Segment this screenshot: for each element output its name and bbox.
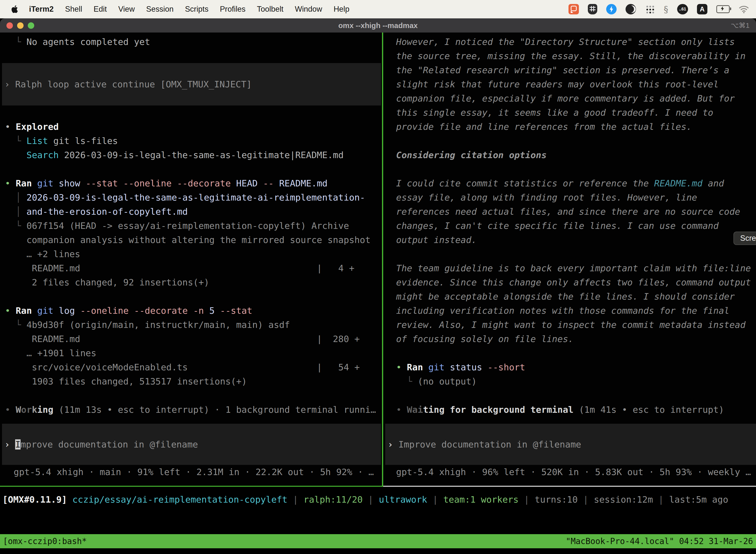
terminal-line: evidence. Since this change only affects… [396,275,756,289]
menu-item-shell[interactable]: Shell [59,5,88,13]
spacer [5,388,382,403]
terminal-line: └ No agents completed yet [5,35,382,49]
session-status-line: gpt-5.4 xhigh · main · 91% left · 2.31M … [5,465,382,479]
terminal-line: companion file, especially if more comme… [396,91,756,106]
terminal-line: README.md | 4 + [5,261,382,275]
menu-items: iTerm2ShellEditViewSessionScriptsProfile… [23,5,355,14]
terminal-line: └ List git ls-files [5,134,382,148]
spacer [5,49,382,63]
terminal-line: … +2 lines [5,247,382,261]
terminal-line: └ (no output) [396,374,756,388]
terminal-line: └ 067f154 (HEAD -> essay/ai-reimplementa… [5,219,382,233]
spacer [5,106,382,120]
prompt-input-left[interactable]: › Improve documentation in @filename [2,424,381,465]
badge-61-icon[interactable]: ..61 [677,4,688,14]
tmux-host-clock-label: "MacBook-Pro-44.local" 04:52 31-Mar-26 [566,534,753,548]
terminal-line: • Ran git show --stat --oneline --decora… [5,176,382,190]
spacer [5,289,382,303]
terminal-line: Considering citation options [396,148,756,162]
menu-item-window[interactable]: Window [289,5,328,13]
terminal-line: The team guideline is to back every impo… [396,261,756,275]
terminal-line: including verification notes with those … [396,303,756,318]
menu-item-iterm2[interactable]: iTerm2 [23,5,59,13]
pane-divider-horizontal-right[interactable] [383,486,756,487]
terminal-line: the source tree, missing the essay. Stil… [396,49,756,63]
window-title-bar: omx --xhigh --madmax ⌥⌘1 [0,18,756,33]
terminal-line: changes, I can't cite specific file line… [396,219,756,233]
terminal-line: • Ran git log --oneline --decorate -n 5 … [5,303,382,318]
menu-item-help[interactable]: Help [328,5,355,13]
tmux-status-bar: [omx-cczip0:bash* "MacBook-Pro-44.local"… [0,534,756,548]
macos-menu-bar: iTerm2ShellEditViewSessionScriptsProfile… [0,0,756,18]
terminal-line: review. Also, I might want to inspect th… [396,318,756,332]
queued-message-box: › Ralph loop active continue [OMX_TMUX_I… [2,63,381,106]
terminal-line: 2 files changed, 92 insertions(+) [5,275,382,289]
battery-charging-icon[interactable] [716,5,730,13]
screen-tooltip: Scre [734,232,756,245]
terminal-line: I could cite commit statistics or refere… [396,176,756,190]
terminal-line: › Improve documentation in @filename [4,437,198,451]
terminal-line: the "Related research writing" section i… [396,63,756,77]
screen-recording-indicator-icon[interactable] [568,4,579,14]
menu-bar-status-icons: § ..61 A [568,4,749,14]
spacer [396,388,756,403]
terminal-line: Search 2026-03-09-is-legal-the-same-as-l… [5,148,382,162]
terminal-pane-right[interactable]: However, I noticed the "Directory Struct… [383,33,756,479]
menu-item-scripts[interactable]: Scripts [179,5,214,13]
terminal-line: • Ran git status --short [396,360,756,374]
terminal-line: README.md | 280 + [5,332,382,346]
terminal-line: companion analysis without altering the … [5,233,382,247]
terminal-line: provide file and line references from th… [396,120,756,134]
tmux-session-label: [omx-cczip0:bash* [3,534,87,548]
squiggle-icon[interactable]: § [664,4,668,14]
terminal-pane-left[interactable]: └ No agents completed yet› Ralph loop ac… [0,33,382,479]
terminal-content[interactable]: └ No agents completed yet› Ralph loop ac… [0,33,756,486]
terminal-line: › Ralph loop active continue [OMX_TMUX_I… [4,77,252,91]
wifi-icon[interactable] [739,5,749,13]
menu-item-edit[interactable]: Edit [88,5,112,13]
crescent-moon-icon[interactable] [626,4,636,14]
terminal-line: essay file, along with finding root file… [396,190,756,205]
terminal-line: this single essay, it seems like a good … [396,106,756,120]
spacer [5,162,382,176]
menu-item-view[interactable]: View [113,5,141,13]
spacer [396,162,756,176]
window-shortcut-badge: ⌥⌘1 [731,18,750,33]
terminal-line: └ 4b9d30f (origin/main, instructkr/main,… [5,318,382,332]
screen-tooltip-label: Scre [740,234,756,243]
letter-a-icon[interactable]: A [697,4,707,14]
menu-item-session[interactable]: Session [140,5,179,13]
terminal-line: src/voice/voiceModeEnabled.ts | 54 + [5,360,382,374]
terminal-line: │ 2026-03-09-is-legal-the-same-as-legiti… [5,190,382,205]
window-title: omx --xhigh --madmax [0,18,756,33]
terminal-line: • Working (11m 13s • esc to interrupt) ·… [5,403,382,417]
pane-divider-horizontal-left[interactable] [0,486,383,487]
terminal-line: › Improve documentation in @filename [388,437,581,451]
terminal-line: However, I noticed the "Directory Struct… [396,35,756,49]
terminal-line: output instead. [396,233,756,247]
lightning-app-icon[interactable] [606,4,617,14]
terminal-line: • Waiting for background terminal (1m 41… [396,403,756,417]
terminal-line: references need actual files, and since … [396,205,756,219]
spacer [396,346,756,360]
text-cursor: I [15,439,20,449]
menu-item-profiles[interactable]: Profiles [214,5,251,13]
spacer [396,247,756,261]
shield-grid-icon[interactable] [588,4,597,14]
terminal-line: slight risk that future readers may over… [396,77,756,91]
dots-grid-icon[interactable] [645,4,655,14]
pane-divider-vertical[interactable] [382,33,383,486]
apple-menu-icon[interactable] [10,5,19,14]
prompt-input-right[interactable]: › Improve documentation in @filename [385,424,756,465]
terminal-line: might be acceptable alongside the file l… [396,289,756,303]
terminal-line: │ and-the-erosion-of-copyleft.md [5,205,382,219]
terminal-line: … +1901 lines [5,346,382,360]
menu-item-toolbelt[interactable]: Toolbelt [251,5,289,13]
terminal-line: • Explored [5,120,382,134]
terminal-line: of focusing solely on file lines. [396,332,756,346]
spacer [396,134,756,148]
session-status-line: gpt-5.4 xhigh · 96% left · 520K in · 5.8… [396,465,756,479]
terminal-line: 1903 files changed, 513517 insertions(+) [5,374,382,388]
omx-status-bar: [OMX#0.11.9] cczip/essay/ai-reimplementa… [2,492,728,507]
